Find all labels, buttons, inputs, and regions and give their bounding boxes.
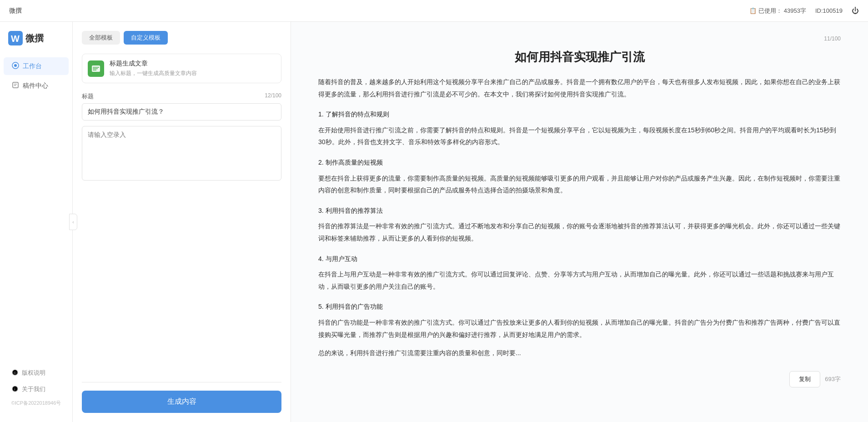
field-title-counter: 12/100 xyxy=(265,92,281,100)
sidebar-item-about[interactable]: i 关于我们 xyxy=(4,382,69,397)
article-paragraph: 随着抖音的普及，越来越多的人开始利用这个短视频分享平台来推广自己的产品或服务。抖… xyxy=(318,76,841,100)
template-card[interactable]: 标题生成文章 输入标题，一键生成高质量文章内容 xyxy=(82,54,281,83)
sidebar-bottom: © 版权说明 i 关于我们 ©ICP备2022018946号 xyxy=(0,364,72,413)
generate-button[interactable]: 生成内容 xyxy=(82,391,281,413)
template-info: 标题生成文章 输入标题，一键生成高质量文章内容 xyxy=(110,60,197,77)
article-paragraph: 抖音的推荐算法是一种非常有效的推广引流方式。通过不断地发布和分享自己的短视频，你… xyxy=(318,220,841,244)
word-count: 693字 xyxy=(825,375,841,383)
right-panel: 11/100 如何用抖音实现推广引流 随着抖音的普及，越来越多的人开始利用这个短… xyxy=(291,22,868,422)
logo-text: 微撰 xyxy=(25,32,44,45)
drafts-icon xyxy=(12,81,19,90)
article-title: 如何用抖音实现推广引流 xyxy=(318,49,841,65)
tab-custom-templates[interactable]: 自定义模板 xyxy=(124,31,168,45)
article-paragraph: 在开始使用抖音进行推广引流之前，你需要了解抖音的特点和规则。抖音是一个短视频分享… xyxy=(318,124,841,148)
article-section-heading: 1. 了解抖音的特点和规则 xyxy=(318,108,841,121)
article-section-heading: 5. 利用抖音的广告功能 xyxy=(318,301,841,313)
template-desc: 输入标题，一键生成高质量文章内容 xyxy=(110,70,197,77)
svg-text:i: i xyxy=(15,387,15,392)
copy-button[interactable]: 复制 xyxy=(789,371,820,387)
sidebar: W 微撰 工作台 稿件中心 xyxy=(0,22,73,422)
topbar-right: 📋 已使用： 43953字 ID:100519 ⏻ xyxy=(749,7,859,15)
svg-point-3 xyxy=(14,64,17,67)
topbar-usage: 📋 已使用： 43953字 xyxy=(749,7,806,15)
tabs-row: 全部模板 自定义模板 xyxy=(82,31,281,45)
article-section-heading: 4. 与用户互动 xyxy=(318,253,841,265)
sidebar-item-label-workbench: 工作台 xyxy=(23,62,42,70)
topbar-id: ID:100519 xyxy=(815,7,843,14)
title-input[interactable] xyxy=(82,103,281,121)
left-panel: 全部模板 自定义模板 标题生成文章 输入标题，一键生成高质量文章内容 xyxy=(73,22,291,422)
article-paragraph: 要想在抖音上获得更多的流量，你需要制作高质量的短视频。高质量的短视频能够吸引更多… xyxy=(318,172,841,196)
field-title-label: 标题 xyxy=(82,92,94,100)
sidebar-item-drafts[interactable]: 稿件中心 xyxy=(4,77,69,95)
copyright-icon: © xyxy=(12,369,18,377)
article-paragraph: 总的来说，利用抖音进行推广引流需要注重内容的质量和创意，同时要... xyxy=(318,347,841,359)
usage-count: 43953字 xyxy=(784,7,806,15)
main-layout: W 微撰 工作台 稿件中心 xyxy=(0,22,868,422)
logo-icon: W xyxy=(8,31,23,45)
template-name: 标题生成文章 xyxy=(110,60,197,68)
about-label: 关于我们 xyxy=(22,385,45,393)
article-paragraph: 在抖音上与用户互动是一种非常有效的推广引流方式。你可以通过回复评论、点赞、分享等… xyxy=(318,268,841,292)
content-area: 全部模板 自定义模板 标题生成文章 输入标题，一键生成高质量文章内容 xyxy=(73,22,868,422)
svg-rect-4 xyxy=(13,82,18,88)
tab-all-templates[interactable]: 全部模板 xyxy=(82,31,120,45)
sidebar-collapse-button[interactable]: ‹ xyxy=(69,214,77,230)
topbar: 微撰 📋 已使用： 43953字 ID:100519 ⏻ xyxy=(0,0,868,22)
icp-text: ©ICP备2022018946号 xyxy=(0,398,72,408)
svg-text:©: © xyxy=(14,371,16,375)
page-counter: 11/100 xyxy=(318,35,841,42)
svg-text:W: W xyxy=(11,34,20,44)
copyright-label: 版权说明 xyxy=(22,369,45,377)
sidebar-item-copyright[interactable]: © 版权说明 xyxy=(4,365,69,381)
field-title-label-row: 标题 12/100 xyxy=(82,92,281,100)
article-paragraph: 抖音的广告功能是一种非常有效的推广引流方式。你可以通过广告投放来让更多的人看到你… xyxy=(318,316,841,341)
content-textarea[interactable] xyxy=(82,126,281,181)
topbar-title: 微撰 xyxy=(9,7,22,15)
workbench-icon xyxy=(12,62,19,70)
calendar-icon: 📋 xyxy=(749,7,757,14)
template-icon xyxy=(88,60,104,77)
article-section-heading: 3. 利用抖音的推荐算法 xyxy=(318,205,841,217)
power-icon[interactable]: ⏻ xyxy=(852,7,859,15)
about-icon: i xyxy=(12,386,18,393)
article-body: 随着抖音的普及，越来越多的人开始利用这个短视频分享平台来推广自己的产品或服务。抖… xyxy=(318,76,841,359)
logo-area: W 微撰 xyxy=(0,31,72,56)
divider xyxy=(82,382,281,382)
sidebar-item-label-drafts: 稿件中心 xyxy=(23,82,48,90)
usage-label: 已使用： xyxy=(758,7,782,15)
sidebar-item-workbench[interactable]: 工作台 xyxy=(4,57,69,75)
bottom-bar: 复制 693字 xyxy=(318,366,841,389)
article-section-heading: 2. 制作高质量的短视频 xyxy=(318,156,841,169)
